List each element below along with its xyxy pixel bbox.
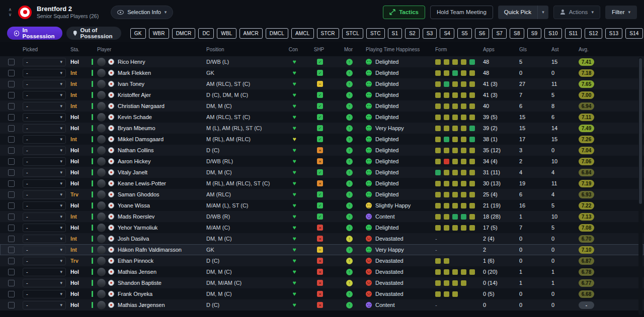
picked-dropdown[interactable]: - ▾ — [23, 124, 66, 133]
table-row[interactable]: - ▾ Int Mark Flekken GK ♥ ✓ ↑ Delighted … — [0, 67, 644, 78]
row-checkbox[interactable] — [8, 291, 15, 297]
player-name[interactable]: Frank Onyeka — [118, 291, 152, 297]
player-name[interactable]: Saman Ghoddos — [118, 191, 159, 197]
row-checkbox[interactable] — [8, 59, 15, 65]
picked-dropdown[interactable]: - ▾ — [23, 224, 66, 232]
row-checkbox[interactable] — [8, 169, 15, 176]
row-checkbox[interactable] — [8, 158, 15, 165]
player-name[interactable]: Mads Roerslev — [118, 214, 154, 220]
picked-dropdown[interactable]: - ▾ — [23, 201, 66, 210]
tab-out-of-possession[interactable]: Out of Possession — [66, 27, 121, 40]
player-name[interactable]: Nathan Collins — [118, 147, 154, 153]
table-row[interactable]: - ▾ Hol Kevin Schade AM (RLC), ST (C) ♥ … — [0, 112, 644, 123]
position-filter-chip[interactable]: S9 — [527, 28, 542, 39]
row-checkbox[interactable] — [8, 247, 15, 253]
quick-pick-button[interactable]: Quick Pick ▾ — [498, 6, 548, 19]
table-row[interactable]: - ▾ Hol Keane Lewis-Potter M (RL), AM (R… — [0, 178, 644, 189]
row-checkbox[interactable] — [8, 147, 15, 154]
position-filter-chip[interactable]: GK — [130, 28, 146, 39]
picked-dropdown[interactable]: - ▾ — [23, 279, 66, 287]
position-filter-chip[interactable]: DMCL — [266, 28, 288, 39]
position-filter-chip[interactable]: S1 — [388, 28, 403, 39]
position-filter-chip[interactable]: S13 — [605, 28, 622, 39]
position-filter-chip[interactable]: DC — [198, 28, 214, 39]
player-name[interactable]: Rico Henry — [118, 59, 145, 65]
table-row[interactable]: - ▾ Int Mads Roerslev D/WB (R) ♥ ✓ ↑ Con… — [0, 211, 644, 222]
table-row[interactable]: - ▾ Hol Yoane Wissa M/AM (L), ST (C) ♥ ✓… — [0, 200, 644, 211]
filter-button[interactable]: Filter ▾ — [605, 6, 637, 19]
table-row[interactable]: - ▾ Hol Bryan Mbeumo M (L), AM (RL), ST … — [0, 123, 644, 134]
col-player[interactable]: Player — [97, 47, 206, 52]
table-row[interactable]: - ▾ Int Christian Nørgaard DM, M (C) ♥ ✓… — [0, 100, 644, 112]
position-filter-chip[interactable]: STCR — [317, 28, 339, 39]
player-name[interactable]: Hákon Rafn Valdimarsson — [118, 247, 182, 253]
table-row[interactable]: - ▾ Int Josh Dasilva DM, M (C) ♥ × ↑ Dev… — [0, 233, 644, 244]
picked-dropdown[interactable]: - ▾ — [23, 213, 66, 221]
player-name[interactable]: Vitaly Janelt — [118, 169, 147, 175]
table-row[interactable]: - ▾ Int Hákon Rafn Valdimarsson GK ♥ − ↑… — [0, 244, 644, 255]
player-name[interactable]: Keane Lewis-Potter — [118, 180, 166, 186]
position-filter-chip[interactable]: S6 — [475, 28, 490, 39]
player-name[interactable]: Bryan Mbeumo — [118, 125, 155, 131]
col-playing-time-happiness[interactable]: Playing Time Happiness — [366, 47, 435, 52]
position-filter-chip[interactable]: S14 — [625, 28, 642, 39]
row-checkbox[interactable] — [8, 70, 15, 76]
col-shp[interactable]: SHP — [307, 47, 333, 52]
table-row[interactable]: - ▾ Hol Vitaly Janelt DM, M (C) ♥ ✓ ↑ De… — [0, 167, 644, 178]
picked-dropdown[interactable]: - ▾ — [23, 58, 66, 66]
row-checkbox[interactable] — [8, 258, 15, 264]
position-filter-chip[interactable]: STCL — [342, 28, 363, 39]
table-row[interactable]: - ▾ Hol Rico Henry D/WB (L) ♥ ✓ ↑ Deligh… — [0, 56, 644, 67]
row-checkbox[interactable] — [8, 180, 15, 187]
position-filter-chip[interactable]: S7 — [492, 28, 507, 39]
table-row[interactable]: - ▾ Int Ivan Toney AM (RLC), ST (C) ♥ − … — [0, 78, 644, 89]
col-sta[interactable]: Sta. — [70, 47, 97, 52]
player-name[interactable]: Ivan Toney — [118, 81, 144, 87]
picked-dropdown[interactable]: - ▾ — [23, 113, 66, 122]
row-checkbox[interactable] — [8, 280, 15, 286]
row-checkbox[interactable] — [8, 202, 15, 209]
row-checkbox[interactable] — [8, 302, 15, 308]
row-checkbox[interactable] — [8, 81, 15, 87]
position-filter-chip[interactable]: AMCR — [239, 28, 263, 39]
position-filter-chip[interactable]: S3 — [423, 28, 437, 39]
picked-dropdown[interactable]: - ▾ — [23, 102, 66, 111]
col-gls[interactable]: Gls — [519, 47, 551, 52]
player-name[interactable]: Christian Nørgaard — [118, 103, 165, 109]
position-filter-chip[interactable]: S4 — [440, 28, 454, 39]
position-filter-chip[interactable]: STC — [366, 28, 385, 39]
col-form[interactable]: Form — [435, 47, 483, 52]
row-checkbox[interactable] — [8, 214, 15, 220]
player-name[interactable]: Mikkel Damsgaard — [118, 136, 164, 142]
row-checkbox[interactable] — [8, 191, 15, 198]
tab-in-possession[interactable]: In Possession — [7, 27, 62, 40]
selection-info-button[interactable]: Selection Info ▾ — [111, 6, 173, 19]
table-row[interactable]: - ▾ Int Kristoffer Ajer D (C), DM, M (C)… — [0, 89, 644, 100]
row-checkbox[interactable] — [8, 114, 15, 121]
scrollbar-thumb[interactable] — [639, 58, 642, 204]
table-row[interactable]: - ▾ Hol Frank Onyeka DM, M (C) ♥ × ↑ Dev… — [0, 288, 644, 299]
tactics-button[interactable]: Tactics — [383, 6, 425, 19]
picked-dropdown[interactable]: - ▾ — [23, 91, 66, 99]
nav-down-icon[interactable]: ∨ — [7, 13, 13, 17]
table-row[interactable]: - ▾ Hol Nathan Collins D (C) ♥ × ↑ Delig… — [0, 145, 644, 156]
player-name[interactable]: Yoane Wissa — [118, 202, 150, 208]
player-name[interactable]: Mark Flekken — [118, 70, 151, 76]
picked-dropdown[interactable]: - ▾ — [23, 190, 66, 199]
col-ast[interactable]: Ast — [551, 47, 579, 52]
col-avg[interactable]: Avg. — [579, 47, 644, 52]
player-name[interactable]: Josh Dasilva — [118, 236, 149, 242]
hold-team-meeting-button[interactable]: Hold Team Meeting — [430, 6, 493, 19]
player-name[interactable]: Mathias Jensen — [118, 269, 156, 275]
position-filter-chip[interactable]: WBL — [217, 28, 236, 39]
table-row[interactable]: - ▾ Hol Aaron Hickey D/WB (RL) ♥ × ↑ Del… — [0, 156, 644, 167]
picked-dropdown[interactable]: - ▾ — [23, 290, 66, 298]
player-name[interactable]: Kevin Schade — [118, 114, 152, 120]
row-checkbox[interactable] — [8, 92, 15, 98]
picked-dropdown[interactable]: - ▾ — [23, 168, 66, 177]
actions-button[interactable]: Actions ▾ — [553, 6, 600, 19]
row-checkbox[interactable] — [8, 225, 15, 231]
player-name[interactable]: Shandon Baptiste — [118, 280, 162, 286]
table-row[interactable]: - ▾ Hol Yehor Yarmoliuk M/AM (C) ♥ × ↑ D… — [0, 222, 644, 233]
nav-up-icon[interactable]: ∧ — [7, 8, 13, 12]
